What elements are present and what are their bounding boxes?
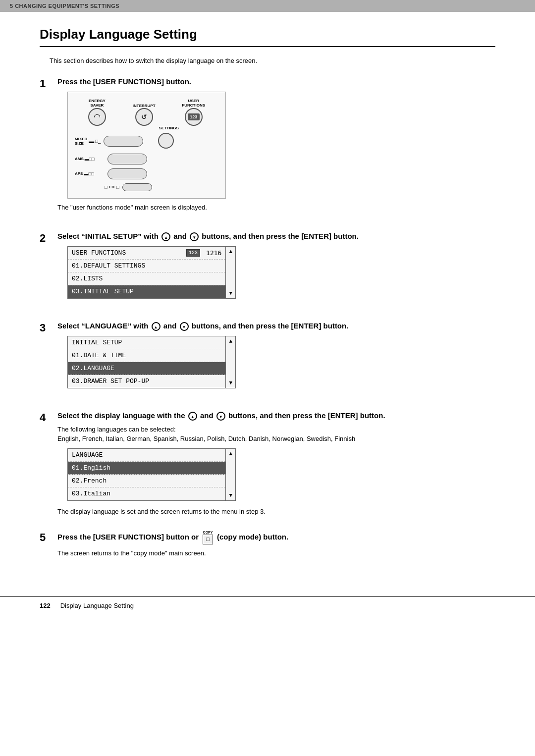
interrupt-circle: ↺ <box>135 108 153 126</box>
down-arrow-icon-4 <box>216 412 225 421</box>
ld-rect-btn <box>122 183 152 191</box>
up-arrow-icon-2 <box>161 232 170 241</box>
panel-middle: MIXEDSIZE ▬ □⎯ SETTINGS AMS <box>75 133 218 191</box>
step-4-title-part2: and <box>200 411 214 420</box>
lcd-row-3-1: 01.DATE & TIME <box>68 349 225 362</box>
step-1-title: Press the [USER FUNCTIONS] button. <box>57 76 495 87</box>
step-3-title-part1: Select “LANGUAGE” with <box>57 322 148 330</box>
aps-icon: ▬ <box>84 171 88 176</box>
lcd-row-4-1-text: 01.English <box>72 464 221 472</box>
lcd-main-4: LANGUAGE 01.English 02.French 03.Italian <box>68 449 225 500</box>
step-1-sub: The "user functions mode" main screen is… <box>57 204 495 211</box>
lcd-row-4-1: 01.English <box>68 462 225 475</box>
user-functions-btn: USER FUNCTIONS 123 <box>182 99 205 127</box>
down-arrow-icon-3 <box>180 322 189 331</box>
step-5-title-part1: Press the [USER FUNCTIONS] button or <box>57 532 199 540</box>
chapter-header: 5 Changing Equipment's Settings <box>0 0 535 12</box>
ams-row: AMS ▬ □□ <box>75 154 218 164</box>
user-functions-label-line2: FUNCTIONS <box>182 103 205 108</box>
arrow-down-2: ▼ <box>229 290 232 296</box>
user-functions-badge: 123 <box>188 113 200 120</box>
interrupt-label: INTERRUPT <box>133 104 156 108</box>
step-2-title-part3: buttons, and then press the [ENTER] butt… <box>202 232 359 240</box>
lcd-side-arrows-3: ▲ ▼ <box>225 336 235 388</box>
step-2-title: Select “INITIAL SETUP” with and buttons,… <box>57 231 495 241</box>
step-2-title-part1: Select “INITIAL SETUP” with <box>57 232 159 240</box>
step-number-3: 3 <box>40 322 57 334</box>
step-4-content: Select the display language with the and… <box>57 410 495 515</box>
ams-label-group: AMS ▬ □□ <box>75 157 105 162</box>
energy-saver-btn: ENERGY SAVER ◠ <box>88 99 106 127</box>
lcd-side-arrows-2: ▲ ▼ <box>225 247 235 298</box>
lcd-row-2-1: 01.DEFAULT SETTINGS <box>68 260 225 272</box>
down-arrow-icon-2 <box>190 232 199 241</box>
mixed-size-row: MIXEDSIZE ▬ □⎯ SETTINGS <box>75 133 218 150</box>
lcd-header-row-4: LANGUAGE <box>68 449 225 462</box>
lcd-row-4-3-text: 03.Italian <box>72 490 221 497</box>
lcd-header-text-4: LANGUAGE <box>72 451 221 459</box>
step-3-title-part2: and <box>163 322 177 330</box>
mixed-size-rect-btn <box>104 136 143 147</box>
settings-btn-area: SETTINGS <box>158 133 174 150</box>
lcd-header-row-3: INITIAL SETUP <box>68 336 225 349</box>
lcd-row-4-2-text: 02.French <box>72 477 221 485</box>
step-4-title-part3: buttons, and then press the [ENTER] butt… <box>228 411 385 420</box>
step-3-title-part3: buttons, and then press the [ENTER] butt… <box>192 322 349 330</box>
step-4-title-part1: Select the display language with the <box>57 411 185 420</box>
mixed-size-label-group: MIXEDSIZE ▬ □⎯ <box>75 137 101 146</box>
step-number-2: 2 <box>40 232 57 245</box>
ams-label: AMS <box>75 157 84 161</box>
arrow-down-3: ▼ <box>229 380 232 386</box>
step-5-sub: The screen returns to the "copy mode" ma… <box>57 549 495 557</box>
user-functions-circle: 123 <box>185 108 203 126</box>
copy-btn-box: □ <box>203 535 213 544</box>
lcd-main-2: USER FUNCTIONS 123 1216 01.DEFAULT SETTI… <box>68 247 225 298</box>
aps-label: APS <box>75 171 83 176</box>
aps-rect-btn <box>107 168 147 179</box>
arrow-up-3: ▲ <box>229 338 232 344</box>
ams-icon: ▬ <box>85 157 89 162</box>
energy-saver-label-line1: ENERGY <box>89 99 106 103</box>
intro-text: This section describes how to switch the… <box>50 57 495 64</box>
step-3-title: Select “LANGUAGE” with and buttons, and … <box>57 321 495 331</box>
lcd-row-3-3-text: 03.DRAWER SET POP-UP <box>72 378 221 385</box>
step-2: 2 Select “INITIAL SETUP” with and button… <box>40 231 495 306</box>
lcd-side-arrows-4: ▲ ▼ <box>225 449 235 500</box>
step-1: 1 Press the [USER FUNCTIONS] button. ENE… <box>40 76 495 216</box>
button-panel: ENERGY SAVER ◠ INTERRUPT ↺ <box>67 92 226 199</box>
ld-label: LD <box>109 185 114 189</box>
aps-label-group: APS ▬ □□ <box>75 171 105 176</box>
step-number-1: 1 <box>40 77 57 90</box>
interrupt-btn: INTERRUPT ↺ <box>133 104 156 127</box>
step-4: 4 Select the display language with the a… <box>40 410 495 515</box>
page-title: Display Language Setting <box>40 27 495 47</box>
arrow-down-4: ▼ <box>229 492 232 498</box>
ams-squares: □□ <box>89 157 95 162</box>
step-number-4: 4 <box>40 411 57 424</box>
lcd-main-3: INITIAL SETUP 01.DATE & TIME 02.LANGUAGE… <box>68 336 225 388</box>
settings-circle <box>158 133 174 149</box>
lcd-initial-setup: INITIAL SETUP 01.DATE & TIME 02.LANGUAGE… <box>67 336 236 388</box>
header-label: 5 Changing Equipment's Settings <box>10 3 119 9</box>
main-content: Display Language Setting This section de… <box>0 12 535 596</box>
mixed-size-squares: □⎯ <box>95 139 100 144</box>
footer-page-label: Display Language Setting <box>60 602 134 609</box>
step-2-title-part2: and <box>173 232 187 240</box>
step-5-content: Press the [USER FUNCTIONS] button or COP… <box>57 530 495 562</box>
lcd-row-3-3: 03.DRAWER SET POP-UP <box>68 375 225 388</box>
lcd-language: LANGUAGE 01.English 02.French 03.Italian… <box>67 448 236 501</box>
step-4-title: Select the display language with the and… <box>57 410 495 421</box>
aps-row: APS ▬ □□ <box>75 168 218 179</box>
lcd-user-functions: USER FUNCTIONS 123 1216 01.DEFAULT SETTI… <box>67 246 236 299</box>
settings-label: SETTINGS <box>159 126 179 130</box>
mixed-size-label: MIXEDSIZE <box>75 137 87 146</box>
page-footer: 122 Display Language Setting <box>0 596 535 614</box>
step-4-languages-sub: The following languages can be selected: <box>57 426 495 433</box>
footer-page-number: 122 <box>40 602 51 609</box>
lcd-row-2-1-text: 01.DEFAULT SETTINGS <box>72 262 221 270</box>
copy-button-inline: COPY □ <box>203 530 213 544</box>
energy-saver-label-line2: SAVER <box>90 103 104 108</box>
arrow-up-4: ▲ <box>229 451 232 457</box>
user-functions-label-line1: USER <box>188 99 199 103</box>
lcd-row-4-2: 02.French <box>68 475 225 487</box>
